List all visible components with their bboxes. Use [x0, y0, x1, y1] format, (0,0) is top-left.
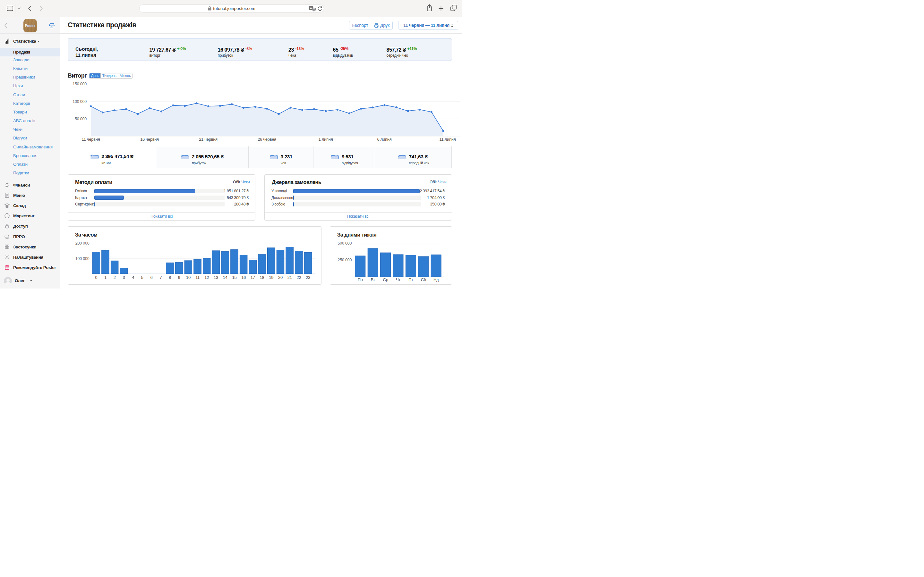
svg-text:文: 文: [313, 8, 315, 11]
svg-text:A: A: [310, 6, 312, 10]
